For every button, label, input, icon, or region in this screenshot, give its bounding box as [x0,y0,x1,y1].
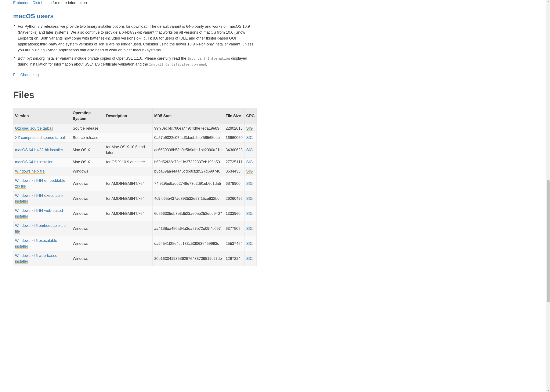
file-desc [104,167,152,176]
file-os: Windows [71,236,104,251]
file-version-link[interactable]: Windows x86-64 embeddable zip file [15,178,65,189]
file-sig-link[interactable]: SIG [246,126,253,131]
files-table: Version Operating System Description MD5… [13,108,257,266]
file-size: 34360623 [224,142,244,158]
embedded-distribution-link[interactable]: Embedded Distribution [13,1,52,5]
file-sig-link[interactable]: SIG [246,135,253,140]
col-size: File Size [224,108,244,124]
table-row: macOS 64-bit installerMac OS Xfor OS X 1… [13,158,257,167]
table-row: Windows x86-64 executable installerWindo… [13,191,257,206]
file-desc: for OS X 10.9 and later [104,158,152,167]
scroll-thumb[interactable] [547,180,550,266]
intro-paragraph: Embedded Distribution for more informati… [13,0,257,6]
file-desc [104,124,152,133]
file-desc [104,133,152,142]
file-md5: 20b163041935862876433708819c97db [152,251,224,266]
file-md5: da24541f28e4cc133c53f0638459993c [152,236,224,251]
file-desc [104,236,152,251]
table-row: Windows x86 web-based installerWindows20… [13,251,257,266]
file-desc: for AMD64/EM64T/x64 [104,206,152,221]
file-md5: aa4188ea480a64a3ea87e72e09f4c097 [152,221,224,236]
file-os: Source release [71,124,104,133]
file-version-link[interactable]: Gzipped source tarball [15,126,53,131]
col-gpg: GPG [244,108,256,124]
table-row: XZ compressed source tarballSource relea… [13,133,257,142]
file-size: 8534435 [224,167,244,176]
file-version-link[interactable]: macOS 64-bit/32-bit installer [15,148,63,152]
table-row: Windows x86-64 web-based installerWindow… [13,206,257,221]
file-size: 6879900 [224,176,244,191]
table-row: macOS 64-bit/32-bit installerMac OS Xfor… [13,142,257,158]
file-os: Windows [71,251,104,266]
file-md5: b5ca69aa44aa46cdb8cf2b527d699740 [152,167,224,176]
file-md5: b69d52f22e73e1fe37322337eb199a53 [152,158,224,167]
file-size: 1297224 [224,251,244,266]
file-version-link[interactable]: Windows x86 web-based installer [15,253,57,264]
file-os: Windows [71,167,104,176]
scrollbar[interactable]: ▲ ▼ [546,0,550,266]
file-os: Mac OS X [71,158,104,167]
file-sig-link[interactable]: SIG [246,241,253,246]
file-md5: ac6630338b53b9e5b9dbb1bc2390a21e [152,142,224,158]
file-desc: for AMD64/EM64T/x64 [104,176,152,191]
file-os: Windows [71,221,104,236]
file-md5: 0a57e9022c07fad3dadb2eef58568edb [152,133,224,142]
file-desc: for AMD64/EM64T/x64 [104,191,152,206]
table-row: Gzipped source tarballSource release99f7… [13,124,257,133]
file-sig-link[interactable]: SIG [246,226,253,231]
table-row: Windows x86 embeddable zip fileWindowsaa… [13,221,257,236]
file-os: Windows [71,191,104,206]
file-version-link[interactable]: Windows x86 executable installer [15,238,57,249]
file-md5: 74f919be8add2749e73d2d91eb6d1da5 [152,176,224,191]
file-sig-link[interactable]: SIG [246,182,253,186]
file-size: 16960060 [224,133,244,142]
file-size: 6377805 [224,221,244,236]
intro-after-text: for more information. [52,1,88,5]
file-md5: 6d866305db7e3d523ae0eb252ebd9407 [152,206,224,221]
file-size: 25537464 [224,236,244,251]
file-version-link[interactable]: macOS 64-bit installer [15,160,52,164]
table-row: Windows x86 executable installerWindowsd… [13,236,257,251]
file-sig-link[interactable]: SIG [246,148,253,152]
file-md5: 99f78ecbfc766ea449c4d9e7eda19e83 [152,124,224,133]
bullet2-before: Both python.org installer variants inclu… [18,56,187,61]
macos-bullet-1: For Python 3.7 releases, we provide two … [18,24,257,53]
file-sig-link[interactable]: SIG [246,160,253,164]
bullet2-after: . [206,62,207,66]
file-desc [104,221,152,236]
file-size: 22802018 [224,124,244,133]
file-desc: for Mac OS X 10.6 and later [104,142,152,158]
col-os: Operating System [71,108,104,124]
file-version-link[interactable]: Windows x86-64 executable installer [15,193,63,204]
install-certificates-code: Install Certificates.command [149,63,206,67]
file-size: 26260496 [224,191,244,206]
file-sig-link[interactable]: SIG [246,257,253,261]
changelog-wrapper: Full Changelog [13,72,257,78]
file-os: Mac OS X [71,142,104,158]
file-version-link[interactable]: Windows x86-64 web-based installer [15,209,63,219]
macos-bullet-2: Both python.org installer variants inclu… [18,56,257,67]
scroll-up-icon[interactable]: ▲ [547,0,550,3]
table-row: Windows x86-64 embeddable zip fileWindow… [13,176,257,191]
file-os: Windows [71,176,104,191]
file-sig-link[interactable]: SIG [246,196,253,201]
file-md5: 4c9fd65b437ad393532e57f15ce832bc [152,191,224,206]
file-version-link[interactable]: Windows x86 embeddable zip file [15,224,66,234]
file-size: 27725111 [224,158,244,167]
file-sig-link[interactable]: SIG [246,211,253,216]
macos-users-heading[interactable]: macOS users [13,11,257,21]
col-version: Version [13,108,71,124]
full-changelog-link[interactable]: Full Changelog [13,73,39,77]
file-os: Source release [71,133,104,142]
files-table-header-row: Version Operating System Description MD5… [13,108,257,124]
file-version-link[interactable]: Windows help file [15,169,45,174]
file-desc [104,251,152,266]
file-version-link[interactable]: XZ compressed source tarball [15,135,66,140]
files-heading: Files [13,88,257,102]
col-desc: Description [104,108,152,124]
file-sig-link[interactable]: SIG [246,169,253,174]
file-size: 1333960 [224,206,244,221]
macos-bullet-list: For Python 3.7 releases, we provide two … [13,24,257,67]
table-row: Windows help fileWindowsb5ca69aa44aa46cd… [13,167,257,176]
file-os: Windows [71,206,104,221]
